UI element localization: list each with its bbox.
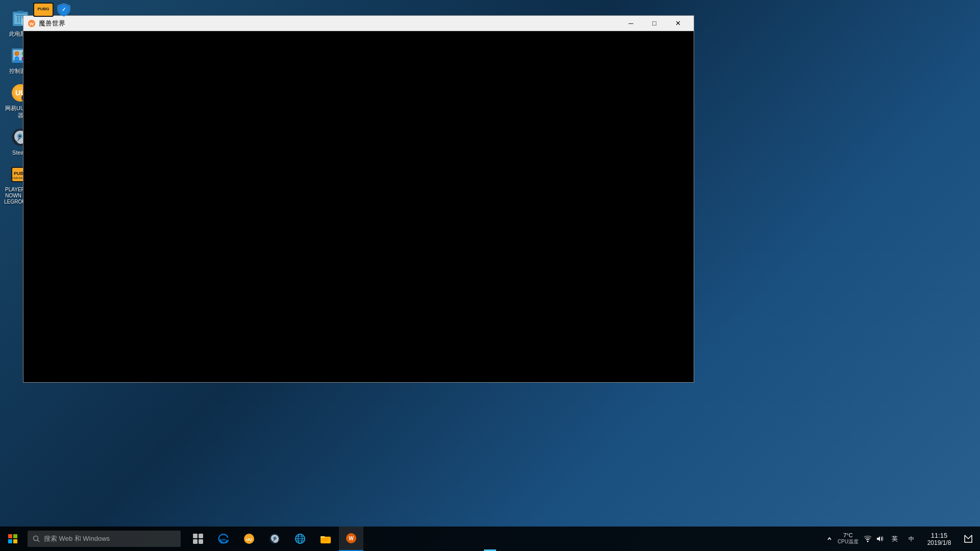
desktop: 此电脑站 控制面板: [0, 0, 980, 551]
window-content: [23, 31, 694, 382]
network-tray-icon[interactable]: [862, 527, 874, 551]
clock[interactable]: 11:15 2019/1/8: [919, 527, 960, 551]
svg-point-10: [15, 52, 19, 56]
file-explorer-button[interactable]: [313, 527, 338, 551]
svg-point-44: [274, 538, 275, 539]
taskview-button[interactable]: [186, 527, 210, 551]
svg-rect-31: [8, 539, 12, 543]
svg-text:PUBG: PUBG: [37, 7, 49, 11]
language-label: 中: [909, 535, 914, 543]
temp-sublabel: CPU温度: [838, 538, 859, 545]
taskbar-right: 7°C CPU温度: [824, 527, 980, 551]
svg-point-22: [19, 135, 21, 137]
maximize-button[interactable]: □: [643, 16, 666, 31]
svg-rect-38: [199, 539, 203, 544]
notification-button[interactable]: [960, 527, 977, 551]
svg-rect-32: [13, 539, 17, 543]
search-placeholder: 搜索 Web 和 Windows: [44, 534, 110, 543]
wow-window: W 魔兽世界 ─ □ ✕: [23, 15, 694, 383]
window-titlebar: W 魔兽世界 ─ □ ✕: [23, 16, 694, 31]
svg-text:W: W: [349, 536, 354, 541]
close-button[interactable]: ✕: [666, 16, 690, 31]
top-taskbar-icons: PUBG ✓: [33, 3, 72, 19]
svg-rect-36: [199, 534, 203, 538]
svg-point-39: [220, 539, 227, 541]
svg-rect-30: [13, 534, 17, 538]
svg-rect-35: [193, 534, 198, 538]
cpu-temp: 7°C CPU温度: [835, 527, 862, 551]
language-icon[interactable]: 中: [903, 527, 919, 551]
minimize-button[interactable]: ─: [619, 16, 643, 31]
volume-tray-icon[interactable]: [874, 527, 886, 551]
svg-text:✓: ✓: [62, 7, 66, 12]
svg-text:UU: UU: [246, 537, 252, 542]
clock-date: 2019/1/8: [927, 539, 951, 546]
svg-point-12: [15, 57, 19, 61]
input-method-label: 英: [892, 535, 898, 543]
window-icon: W: [28, 19, 36, 28]
temp-label: 7°C: [843, 532, 852, 538]
shield-top-icon[interactable]: ✓: [56, 3, 72, 19]
clock-time: 11:15: [931, 532, 948, 539]
svg-rect-37: [193, 539, 198, 544]
svg-point-56: [867, 541, 869, 542]
svg-line-34: [38, 540, 40, 542]
svg-rect-29: [8, 534, 12, 538]
window-title: 魔兽世界: [39, 19, 619, 28]
taskbar-search[interactable]: 搜索 Web 和 Windows: [28, 531, 181, 547]
svg-rect-2: [17, 11, 23, 13]
steam-taskbar-button[interactable]: [262, 527, 287, 551]
ie-taskbar-button[interactable]: [288, 527, 312, 551]
taskbar-app-icons: UU: [186, 527, 363, 551]
input-method-icon[interactable]: 英: [886, 527, 903, 551]
window-controls: ─ □ ✕: [619, 16, 690, 31]
pubg-top-icon[interactable]: PUBG: [33, 3, 54, 19]
uu-taskbar-button[interactable]: UU: [237, 527, 261, 551]
tray-chevron[interactable]: [824, 527, 835, 551]
svg-text:W: W: [30, 21, 34, 27]
edge-button[interactable]: [211, 527, 236, 551]
svg-point-33: [34, 536, 38, 541]
wow-taskbar-button[interactable]: W: [339, 527, 363, 551]
taskbar: 搜索 Web 和 Windows: [0, 527, 980, 551]
start-button[interactable]: [0, 527, 26, 551]
